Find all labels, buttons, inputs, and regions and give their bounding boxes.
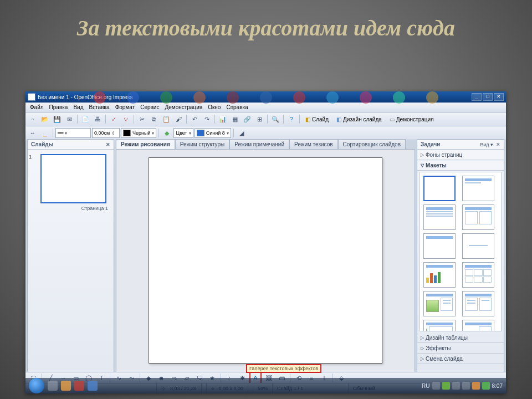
tray-icon[interactable] xyxy=(442,382,450,390)
email-icon[interactable]: ✉ xyxy=(64,114,75,125)
start-button[interactable] xyxy=(29,378,44,393)
layout-centered[interactable] xyxy=(462,233,494,259)
line-style-select[interactable]: ━━▾ xyxy=(55,128,91,138)
impress-window: Без имени 1 - OpenOffice.org Impress _ □… xyxy=(25,91,506,393)
undo-icon[interactable]: ↶ xyxy=(189,114,200,125)
zoom-icon[interactable]: 🔍 xyxy=(270,114,281,125)
layout-chart-text[interactable] xyxy=(462,320,494,331)
editing-area: Режим рисования Режим структуры Режим пр… xyxy=(116,139,415,372)
tray-icon[interactable] xyxy=(432,382,440,390)
slides-panel-title: Слайды xyxy=(31,141,53,147)
section-table-design[interactable]: ▷Дизайн таблицы xyxy=(417,332,504,343)
print-icon[interactable]: 🖶 xyxy=(92,114,103,125)
slideshow-button[interactable]: ▭Демонстрация xyxy=(386,114,437,125)
area-icon[interactable]: ◆ xyxy=(161,127,172,139)
menu-view[interactable]: Вид xyxy=(70,104,86,110)
save-icon[interactable]: 💾 xyxy=(52,114,63,125)
tray-volume-icon[interactable] xyxy=(462,382,470,390)
menu-edit[interactable]: Правка xyxy=(47,104,71,110)
cut-icon[interactable]: ✂ xyxy=(136,114,147,125)
fill-color-select[interactable]: Синий 8▾ xyxy=(195,128,231,138)
slide-design-button[interactable]: ◧Дизайн слайда xyxy=(333,114,385,125)
pdf-icon[interactable]: 📄 xyxy=(80,114,91,125)
menu-file[interactable]: Файл xyxy=(27,104,47,110)
line-width-input[interactable]: 0,00см⇕ xyxy=(92,128,120,138)
taskbar-app-4[interactable] xyxy=(88,381,98,391)
hyperlink-icon[interactable]: 🔗 xyxy=(242,114,253,125)
spellcheck-icon[interactable]: ✓ xyxy=(108,114,119,125)
menu-bar: Файл Правка Вид Вставка Формат Сервис Де… xyxy=(25,103,506,112)
layout-blank[interactable] xyxy=(423,176,456,201)
table-icon[interactable]: ▦ xyxy=(229,114,241,125)
presentation-slide-title: За текстовыми красотами идем сюда xyxy=(22,16,510,41)
help-icon[interactable]: ? xyxy=(286,114,297,125)
menu-help[interactable]: Справка xyxy=(223,104,250,110)
taskbar-app-3[interactable] xyxy=(74,381,84,391)
layout-table[interactable] xyxy=(462,262,494,288)
tab-sorter[interactable]: Сортировщик слайдов xyxy=(338,139,406,149)
tab-outline[interactable]: Режим структуры xyxy=(175,139,229,149)
line-fill-toolbar: ↔ ⎯ ━━▾ 0,00см⇕ Черный▾ ◆ Цвет▾ Синий 8▾… xyxy=(25,126,506,140)
background-taskbar-icons xyxy=(25,91,506,104)
menu-format[interactable]: Формат xyxy=(112,104,138,110)
line-style-icon[interactable]: ⎯ xyxy=(39,127,50,139)
layout-title-only[interactable] xyxy=(423,233,456,259)
slide-thumbnail-caption: Страница 1 xyxy=(28,206,114,211)
layout-four-content[interactable] xyxy=(423,320,456,331)
layout-chart[interactable] xyxy=(423,262,456,288)
taskbar-app-1[interactable] xyxy=(48,381,58,391)
menu-window[interactable]: Окно xyxy=(205,104,223,110)
layout-two-content[interactable] xyxy=(462,204,494,230)
tasks-view-menu[interactable]: Вид xyxy=(480,142,489,147)
fontwork-tooltip: Галерея текстовых эффектов xyxy=(246,364,321,373)
system-tray: RU 8:07 xyxy=(422,382,503,390)
chart-icon[interactable]: 📊 xyxy=(217,114,228,125)
slide-thumbnail-1[interactable] xyxy=(40,154,106,203)
slide-button[interactable]: ◧Слайд xyxy=(302,114,332,125)
new-icon[interactable]: ▫ xyxy=(27,114,38,125)
menu-tools[interactable]: Сервис xyxy=(137,104,162,110)
tray-icon[interactable] xyxy=(472,382,480,390)
tab-drawing[interactable]: Режим рисования xyxy=(116,139,175,149)
navigator-icon[interactable]: ⊞ xyxy=(254,114,265,125)
slide-canvas[interactable] xyxy=(149,157,382,364)
slides-panel: Слайды✕ 1 Страница 1 xyxy=(27,139,114,372)
section-transition[interactable]: ▷Смена слайда xyxy=(417,354,504,364)
arrow-end-icon[interactable]: ↔ xyxy=(27,127,38,139)
menu-slideshow[interactable]: Демонстрация xyxy=(162,104,205,110)
layout-title[interactable] xyxy=(462,176,494,201)
line-color-select[interactable]: Черный▾ xyxy=(121,128,156,138)
layout-image-text[interactable] xyxy=(423,291,456,316)
redo-icon[interactable]: ↷ xyxy=(201,114,212,125)
paste-icon[interactable]: 📋 xyxy=(161,114,172,125)
tray-clock[interactable]: 8:07 xyxy=(492,383,503,389)
view-tabs: Режим рисования Режим структуры Режим пр… xyxy=(116,139,415,149)
slide-number: 1 xyxy=(28,150,33,206)
format-paint-icon[interactable]: 🖌 xyxy=(173,114,184,125)
section-effects[interactable]: ▷Эффекты xyxy=(417,343,504,354)
tasks-panel: ЗадачиВид ▾ ✕ ▷Фоны страниц ▽Макеты ▷Диз… xyxy=(417,139,504,372)
fill-type-select[interactable]: Цвет▾ xyxy=(173,128,193,138)
layouts-grid xyxy=(420,172,502,331)
section-layouts[interactable]: ▽Макеты xyxy=(417,160,504,171)
layout-title-content[interactable] xyxy=(423,204,456,230)
tab-handout[interactable]: Режим тезисов xyxy=(289,139,338,149)
tab-notes[interactable]: Режим примечаний xyxy=(229,139,289,149)
copy-icon[interactable]: ⧉ xyxy=(149,114,160,125)
tray-network-icon[interactable] xyxy=(452,382,460,390)
tray-icon[interactable] xyxy=(482,382,490,390)
layout-text-image[interactable] xyxy=(462,291,494,316)
taskbar-app-2[interactable] xyxy=(61,381,71,391)
windows-taskbar: RU 8:07 xyxy=(25,378,506,393)
shadow-icon[interactable]: ◢ xyxy=(236,127,247,139)
menu-insert[interactable]: Вставка xyxy=(86,104,112,110)
tasks-panel-close-icon[interactable]: ✕ xyxy=(496,142,500,147)
standard-toolbar: ▫ 📂 💾 ✉ 📄 🖶 ✓ ⩒ ✂ ⧉ 📋 🖌 ↶ ↷ 📊 ▦ 🔗 ⊞ 🔍 ? … xyxy=(25,112,506,126)
slides-panel-close-icon[interactable]: ✕ xyxy=(106,142,110,147)
autocheck-icon[interactable]: ⩒ xyxy=(120,114,131,125)
open-icon[interactable]: 📂 xyxy=(39,114,50,125)
section-master-pages[interactable]: ▷Фоны страниц xyxy=(417,150,504,160)
tasks-panel-title: Задачи xyxy=(421,141,440,147)
tray-lang[interactable]: RU xyxy=(422,383,429,389)
